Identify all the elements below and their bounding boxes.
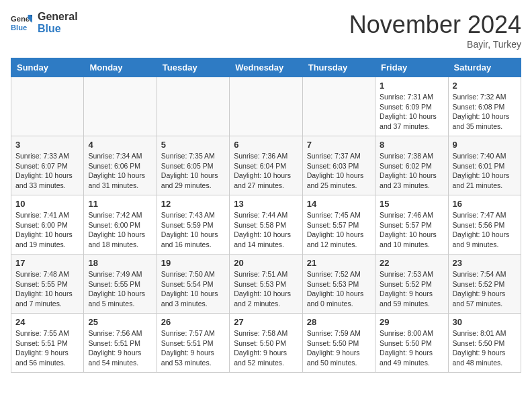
day-number: 18 (88, 258, 152, 268)
calendar-table: SundayMondayTuesdayWednesdayThursdayFrid… (11, 58, 521, 373)
day-number: 20 (234, 258, 298, 268)
day-number: 10 (15, 199, 79, 209)
calendar-day-cell: 16Sunrise: 7:47 AM Sunset: 5:56 PM Dayli… (448, 195, 521, 255)
calendar-day-header: Sunday (11, 58, 84, 77)
calendar-week-row: 10Sunrise: 7:41 AM Sunset: 6:00 PM Dayli… (11, 195, 521, 255)
day-number: 23 (453, 258, 517, 268)
day-info: Sunrise: 7:45 AM Sunset: 5:57 PM Dayligh… (307, 210, 371, 250)
day-number: 6 (234, 140, 298, 150)
day-number: 17 (15, 258, 79, 268)
day-info: Sunrise: 7:41 AM Sunset: 6:00 PM Dayligh… (15, 210, 79, 250)
day-info: Sunrise: 7:43 AM Sunset: 5:59 PM Dayligh… (161, 210, 225, 250)
page-header: General Blue General Blue November 2024 … (11, 11, 521, 50)
day-info: Sunrise: 8:00 AM Sunset: 5:50 PM Dayligh… (380, 328, 443, 368)
calendar-day-cell (84, 77, 157, 136)
calendar-day-cell: 9Sunrise: 7:40 AM Sunset: 6:01 PM Daylig… (448, 136, 521, 195)
day-info: Sunrise: 7:46 AM Sunset: 5:57 PM Dayligh… (380, 210, 443, 250)
logo-general: General (38, 11, 78, 23)
logo: General Blue General Blue (11, 11, 78, 34)
day-number: 27 (234, 317, 298, 327)
day-number: 26 (161, 317, 225, 327)
calendar-day-cell: 10Sunrise: 7:41 AM Sunset: 6:00 PM Dayli… (11, 195, 84, 255)
day-info: Sunrise: 7:48 AM Sunset: 5:55 PM Dayligh… (15, 269, 79, 309)
calendar-day-header: Friday (375, 58, 448, 77)
calendar-day-cell: 17Sunrise: 7:48 AM Sunset: 5:55 PM Dayli… (11, 255, 84, 314)
day-number: 8 (380, 140, 443, 150)
calendar-day-cell: 29Sunrise: 8:00 AM Sunset: 5:50 PM Dayli… (375, 314, 448, 373)
day-number: 16 (453, 199, 517, 209)
day-info: Sunrise: 7:34 AM Sunset: 6:06 PM Dayligh… (88, 151, 152, 191)
day-info: Sunrise: 7:40 AM Sunset: 6:01 PM Dayligh… (453, 151, 517, 191)
day-number: 30 (453, 317, 517, 327)
calendar-day-cell: 25Sunrise: 7:56 AM Sunset: 5:51 PM Dayli… (84, 314, 157, 373)
calendar-day-cell: 21Sunrise: 7:52 AM Sunset: 5:53 PM Dayli… (302, 255, 375, 314)
day-number: 25 (88, 317, 152, 327)
day-number: 4 (88, 140, 152, 150)
day-info: Sunrise: 7:36 AM Sunset: 6:04 PM Dayligh… (234, 151, 298, 191)
calendar-day-cell: 7Sunrise: 7:37 AM Sunset: 6:03 PM Daylig… (302, 136, 375, 195)
calendar-day-cell: 14Sunrise: 7:45 AM Sunset: 5:57 PM Dayli… (302, 195, 375, 255)
calendar-day-header: Thursday (302, 58, 375, 77)
day-number: 1 (380, 81, 443, 91)
day-info: Sunrise: 7:47 AM Sunset: 5:56 PM Dayligh… (453, 210, 517, 250)
calendar-day-header: Saturday (448, 58, 521, 77)
calendar-day-cell: 13Sunrise: 7:44 AM Sunset: 5:58 PM Dayli… (230, 195, 302, 255)
day-info: Sunrise: 7:57 AM Sunset: 5:51 PM Dayligh… (161, 328, 225, 368)
day-info: Sunrise: 7:51 AM Sunset: 5:53 PM Dayligh… (234, 269, 298, 309)
day-number: 7 (307, 140, 371, 150)
day-info: Sunrise: 7:54 AM Sunset: 5:52 PM Dayligh… (453, 269, 517, 309)
calendar-day-cell: 12Sunrise: 7:43 AM Sunset: 5:59 PM Dayli… (157, 195, 229, 255)
location: Bayir, Turkey (349, 39, 521, 50)
day-number: 22 (380, 258, 443, 268)
day-info: Sunrise: 7:37 AM Sunset: 6:03 PM Dayligh… (307, 151, 371, 191)
day-number: 11 (88, 199, 152, 209)
day-info: Sunrise: 7:31 AM Sunset: 6:09 PM Dayligh… (380, 92, 443, 132)
day-info: Sunrise: 8:01 AM Sunset: 5:50 PM Dayligh… (453, 328, 517, 368)
month-title: November 2024 (349, 11, 521, 39)
day-number: 14 (307, 199, 371, 209)
day-info: Sunrise: 7:44 AM Sunset: 5:58 PM Dayligh… (234, 210, 298, 250)
calendar-day-cell: 20Sunrise: 7:51 AM Sunset: 5:53 PM Dayli… (230, 255, 302, 314)
day-info: Sunrise: 7:53 AM Sunset: 5:52 PM Dayligh… (380, 269, 443, 309)
calendar-day-cell: 27Sunrise: 7:58 AM Sunset: 5:50 PM Dayli… (230, 314, 302, 373)
day-info: Sunrise: 7:38 AM Sunset: 6:02 PM Dayligh… (380, 151, 443, 191)
calendar-day-cell: 23Sunrise: 7:54 AM Sunset: 5:52 PM Dayli… (448, 255, 521, 314)
calendar-day-cell (302, 77, 375, 136)
calendar-day-cell: 5Sunrise: 7:35 AM Sunset: 6:05 PM Daylig… (157, 136, 229, 195)
day-info: Sunrise: 7:59 AM Sunset: 5:50 PM Dayligh… (307, 328, 371, 368)
day-info: Sunrise: 7:32 AM Sunset: 6:08 PM Dayligh… (453, 92, 517, 132)
day-number: 24 (15, 317, 79, 327)
logo-icon: General Blue (11, 12, 32, 34)
day-number: 3 (15, 140, 79, 150)
day-number: 5 (161, 140, 225, 150)
calendar-day-cell: 18Sunrise: 7:49 AM Sunset: 5:55 PM Dayli… (84, 255, 157, 314)
calendar-day-header: Tuesday (157, 58, 229, 77)
svg-text:Blue: Blue (11, 24, 27, 32)
day-info: Sunrise: 7:35 AM Sunset: 6:05 PM Dayligh… (161, 151, 225, 191)
calendar-day-cell (11, 77, 84, 136)
calendar-day-header: Monday (84, 58, 157, 77)
day-number: 28 (307, 317, 371, 327)
calendar-day-cell: 4Sunrise: 7:34 AM Sunset: 6:06 PM Daylig… (84, 136, 157, 195)
calendar-day-cell: 1Sunrise: 7:31 AM Sunset: 6:09 PM Daylig… (375, 77, 448, 136)
day-number: 13 (234, 199, 298, 209)
day-number: 12 (161, 199, 225, 209)
calendar-week-row: 3Sunrise: 7:33 AM Sunset: 6:07 PM Daylig… (11, 136, 521, 195)
calendar-day-cell: 22Sunrise: 7:53 AM Sunset: 5:52 PM Dayli… (375, 255, 448, 314)
day-number: 29 (380, 317, 443, 327)
day-info: Sunrise: 7:33 AM Sunset: 6:07 PM Dayligh… (15, 151, 79, 191)
calendar-day-cell: 28Sunrise: 7:59 AM Sunset: 5:50 PM Dayli… (302, 314, 375, 373)
calendar-day-header: Wednesday (230, 58, 302, 77)
calendar-day-cell: 8Sunrise: 7:38 AM Sunset: 6:02 PM Daylig… (375, 136, 448, 195)
day-number: 19 (161, 258, 225, 268)
day-number: 15 (380, 199, 443, 209)
calendar-day-cell (157, 77, 229, 136)
day-info: Sunrise: 7:58 AM Sunset: 5:50 PM Dayligh… (234, 328, 298, 368)
calendar-week-row: 24Sunrise: 7:55 AM Sunset: 5:51 PM Dayli… (11, 314, 521, 373)
calendar-header-row: SundayMondayTuesdayWednesdayThursdayFrid… (11, 58, 521, 77)
day-info: Sunrise: 7:55 AM Sunset: 5:51 PM Dayligh… (15, 328, 79, 368)
day-number: 2 (453, 81, 517, 91)
calendar-day-cell: 24Sunrise: 7:55 AM Sunset: 5:51 PM Dayli… (11, 314, 84, 373)
title-section: November 2024 Bayir, Turkey (349, 11, 521, 50)
calendar-day-cell: 26Sunrise: 7:57 AM Sunset: 5:51 PM Dayli… (157, 314, 229, 373)
